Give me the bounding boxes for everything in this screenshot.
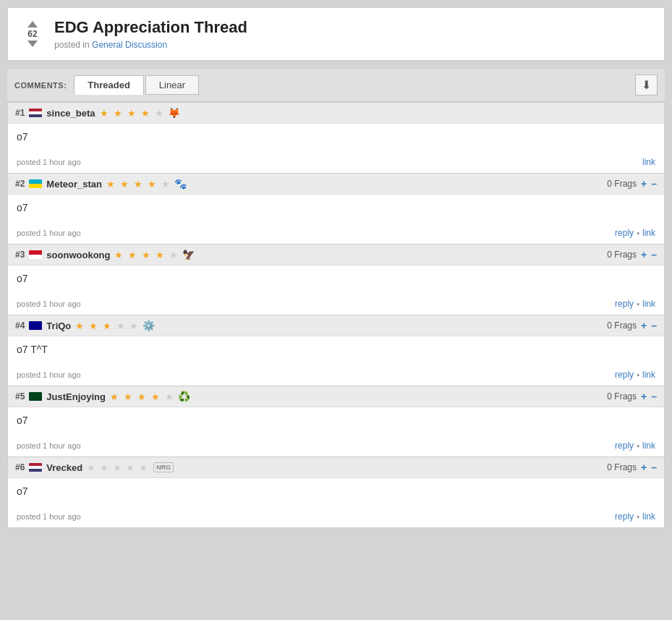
star-filled: ★ — [137, 391, 147, 402]
reply-link[interactable]: reply — [615, 299, 634, 309]
star-filled: ★ — [134, 179, 143, 190]
star-filled: ★ — [148, 179, 157, 190]
flag-icon — [29, 109, 42, 117]
star-filled: ★ — [128, 250, 137, 260]
frag-minus-btn[interactable]: – — [651, 391, 657, 402]
post-header: 62 EDG Appreciation Thread posted in Gen… — [7, 7, 665, 61]
username: since_beta — [46, 108, 95, 119]
comment-header-left: #1 since_beta ★★★★★ 🦊 — [15, 107, 180, 119]
star-empty: ★ — [116, 320, 125, 331]
frag-plus-btn[interactable]: + — [641, 249, 647, 260]
frag-minus-btn[interactable]: – — [651, 249, 657, 260]
star-filled: ★ — [156, 250, 165, 260]
frags-control: 0 Frags + – — [607, 249, 657, 260]
link-action[interactable]: link — [642, 228, 655, 238]
comment-header-left: #3 soonwookong ★★★★★ 🦅 — [15, 249, 195, 260]
comment-footer: posted 1 hour ago reply • link — [8, 438, 664, 456]
comment-header: #3 soonwookong ★★★★★ 🦅 0 Frags + – — [8, 245, 664, 266]
frags-control: 0 Frags + – — [607, 320, 657, 331]
reply-link[interactable]: reply — [615, 441, 634, 451]
frag-minus-btn[interactable]: – — [651, 462, 657, 473]
frag-minus-btn[interactable]: – — [651, 178, 657, 190]
downvote-arrow[interactable] — [27, 41, 38, 47]
star-filled: ★ — [114, 108, 123, 119]
star-filled: ★ — [127, 108, 137, 119]
star-filled: ★ — [89, 320, 98, 331]
link-action[interactable]: link — [642, 511, 655, 522]
sort-button[interactable]: ⬇ — [635, 75, 658, 95]
frag-plus-btn[interactable]: + — [641, 178, 647, 190]
username: soonwookong — [46, 250, 110, 260]
comment-number: #1 — [15, 108, 25, 118]
flag-icon — [29, 250, 42, 259]
dot-separator: • — [637, 229, 639, 237]
team-icon: 🦅 — [182, 249, 195, 260]
upvote-arrow[interactable] — [27, 21, 38, 27]
frag-count: 0 Frags — [607, 320, 637, 331]
frag-count: 0 Frags — [607, 462, 637, 472]
comment-text: o7 — [17, 485, 655, 497]
comments-list: #1 since_beta ★★★★★ 🦊 o7 posted 1 hour a… — [7, 102, 665, 528]
frags-control: 0 Frags + – — [607, 391, 657, 402]
frag-count: 0 Frags — [607, 250, 637, 260]
vote-box: 62 — [20, 21, 46, 47]
star-filled: ★ — [142, 250, 151, 260]
reply-link[interactable]: reply — [615, 511, 634, 522]
star-filled: ★ — [141, 108, 150, 119]
comment-number: #2 — [15, 179, 25, 189]
star-filled: ★ — [106, 179, 116, 190]
meta-prefix: posted in — [54, 40, 90, 50]
reply-link[interactable]: reply — [615, 370, 634, 380]
comment-header: #5 JustEnjoying ★★★★★ ♻️ 0 Frags + – — [8, 386, 664, 407]
star-empty: ★ — [169, 250, 178, 260]
comment-footer: posted 1 hour ago reply • link — [8, 509, 664, 527]
flag-icon — [29, 179, 42, 188]
tab-linear[interactable]: Linear — [145, 75, 199, 95]
category-link[interactable]: General Discussion — [92, 40, 167, 50]
dot-separator: • — [637, 300, 639, 308]
link-action[interactable]: link — [642, 157, 655, 167]
post-meta: posted in General Discussion — [54, 40, 247, 50]
comment-block: #2 Meteor_stan ★★★★★ 🐾 0 Frags + – o7 po… — [7, 174, 665, 245]
comment-number: #6 — [15, 462, 25, 472]
frag-plus-btn[interactable]: + — [641, 462, 647, 473]
posted-time: posted 1 hour ago — [17, 441, 81, 450]
username: TriQo — [46, 320, 71, 331]
comment-header-left: #5 JustEnjoying ★★★★★ ♻️ — [15, 391, 190, 402]
tab-group: Threaded Linear — [74, 75, 199, 95]
posted-time: posted 1 hour ago — [17, 229, 81, 237]
comment-header-left: #2 Meteor_stan ★★★★★ 🐾 — [15, 178, 187, 190]
comment-number: #4 — [15, 320, 25, 331]
team-icon: 🦊 — [168, 107, 180, 119]
comment-actions: reply • link — [615, 228, 655, 238]
frags-control: 0 Frags + – — [607, 462, 657, 473]
comment-body: o7 — [8, 407, 664, 438]
username: Meteor_stan — [46, 179, 102, 190]
comment-number: #3 — [15, 250, 25, 260]
username: Vrecked — [46, 462, 82, 473]
link-action[interactable]: link — [642, 299, 655, 309]
link-action[interactable]: link — [642, 441, 655, 451]
reply-link[interactable]: reply — [615, 228, 634, 238]
comment-block: #4 TriQo ★★★★★ ⚙️ 0 Frags + – o7 T^T pos… — [7, 315, 665, 386]
link-action[interactable]: link — [642, 370, 655, 380]
frag-plus-btn[interactable]: + — [641, 320, 647, 331]
star-empty: ★ — [155, 108, 163, 119]
star-filled: ★ — [75, 320, 85, 331]
flag-icon — [29, 321, 42, 330]
comment-footer: posted 1 hour ago reply • link — [8, 225, 664, 244]
post-title-area: EDG Appreciation Thread posted in Genera… — [54, 18, 247, 50]
comment-actions: reply • link — [615, 370, 655, 380]
comment-header: #1 since_beta ★★★★★ 🦊 — [8, 103, 664, 124]
comment-block: #1 since_beta ★★★★★ 🦊 o7 posted 1 hour a… — [7, 102, 665, 174]
posted-time: posted 1 hour ago — [17, 370, 81, 379]
frag-plus-btn[interactable]: + — [641, 391, 647, 402]
frag-minus-btn[interactable]: – — [651, 320, 657, 331]
comment-actions: link — [642, 157, 655, 167]
comment-body: o7 — [8, 478, 664, 509]
comment-header: #2 Meteor_stan ★★★★★ 🐾 0 Frags + – — [8, 174, 664, 195]
tab-threaded[interactable]: Threaded — [74, 75, 144, 95]
star-empty: ★ — [87, 462, 95, 473]
comment-header-left: #4 TriQo ★★★★★ ⚙️ — [15, 320, 155, 331]
comment-block: #3 soonwookong ★★★★★ 🦅 0 Frags + – o7 po… — [7, 245, 665, 315]
